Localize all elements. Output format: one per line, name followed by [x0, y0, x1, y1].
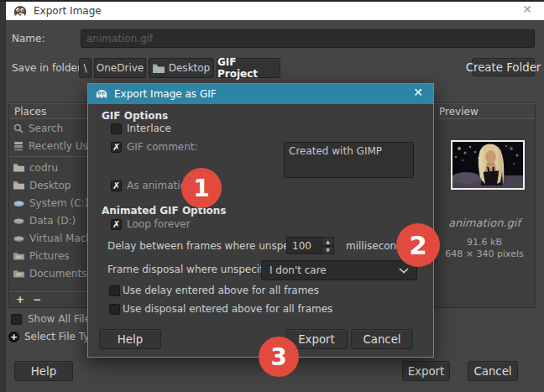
- disposal-select[interactable]: I don't care: [261, 260, 417, 280]
- export-gif-dialog: Export Image as GIF ✕ GIF Options Interl…: [87, 83, 434, 358]
- use-delay-checkbox[interactable]: [109, 285, 120, 296]
- use-delay-label: Use delay entered above for all frames: [123, 285, 319, 296]
- places-header[interactable]: Places: [9, 103, 94, 119]
- gimp-wilber-icon: [13, 5, 28, 18]
- gif-comment-label: GIF comment:: [127, 141, 198, 153]
- add-place-button[interactable]: +: [16, 294, 24, 306]
- delay-spinner: ▲ ▼: [322, 237, 334, 254]
- window-edge-strip: [0, 2, 6, 392]
- spinner-up-icon[interactable]: ▲: [322, 237, 334, 246]
- preview-file-meta: 91.6 kB 648 × 340 pixels: [433, 237, 536, 260]
- recent-icon: [13, 141, 24, 151]
- gif-dialog-titlebar: Export Image as GIF: [88, 84, 433, 104]
- place-item-documents[interactable]: Documents: [9, 264, 94, 282]
- name-label: Name:: [12, 33, 44, 44]
- place-label: Desktop: [29, 180, 71, 191]
- annotation-badge-2: 2: [396, 223, 440, 267]
- preview-header: Preview: [434, 103, 535, 119]
- places-separator: [9, 156, 94, 157]
- place-label: codru: [29, 162, 58, 174]
- export-image-window: Export Image ✕ Name: animation.gif Save …: [0, 0, 544, 392]
- as-animation-checkbox[interactable]: ✗: [111, 180, 122, 191]
- breadcrumb-gif-project[interactable]: GIF Project: [217, 58, 280, 78]
- search-icon: [13, 123, 24, 133]
- window-titlebar: Export Image: [6, 2, 544, 20]
- select-file-type-expander-icon[interactable]: +: [8, 332, 19, 342]
- annotation-badge-1: 1: [181, 168, 222, 208]
- place-label: Data (D:): [29, 215, 76, 227]
- preview-thumbnail: [451, 140, 525, 190]
- interlace-checkbox[interactable]: [111, 123, 122, 134]
- show-all-files-label: Show All Files: [28, 313, 96, 325]
- show-all-files-checkbox[interactable]: [11, 314, 22, 325]
- disposal-selected-value: I don't care: [269, 264, 327, 276]
- folder-icon: [13, 180, 24, 190]
- place-item-desktop[interactable]: Desktop: [9, 176, 94, 194]
- loop-forever-checkbox[interactable]: ✗: [111, 219, 122, 230]
- delay-input[interactable]: 100: [286, 237, 322, 254]
- export-button[interactable]: Export: [402, 361, 450, 381]
- create-folder-button[interactable]: Create Folder: [472, 58, 535, 76]
- breadcrumb-onedrive[interactable]: OneDrive: [94, 58, 146, 78]
- place-label: Virtual Machines: [29, 233, 94, 244]
- place-label: Search: [29, 123, 63, 134]
- drive-icon: [13, 217, 24, 225]
- gif-dialog-cancel-button[interactable]: Cancel: [351, 329, 413, 349]
- spinner-down-icon[interactable]: ▼: [322, 246, 334, 255]
- gif-options-heading: GIF Options: [102, 110, 168, 122]
- places-toolbar: + −: [9, 291, 94, 307]
- place-item-virtual-machines[interactable]: Virtual Machines: [9, 229, 94, 247]
- loop-forever-label: Loop forever: [127, 218, 191, 230]
- cancel-button[interactable]: Cancel: [468, 361, 518, 381]
- folder-icon: [153, 64, 165, 73]
- animation-preview-image: [452, 142, 523, 188]
- documents-folder-icon: [13, 269, 24, 278]
- preview-dimensions: 648 × 340 pixels: [433, 248, 536, 260]
- remove-place-button[interactable]: −: [33, 294, 41, 306]
- place-label: Recently Used: [29, 140, 94, 152]
- disposal-label: Frame disposal where unspecified:: [107, 264, 282, 275]
- gif-dialog-title: Export Image as GIF: [114, 88, 217, 100]
- save-in-folder-label: Save in folder:: [12, 62, 85, 74]
- use-disposal-label: Use disposal entered above for all frame…: [123, 303, 332, 315]
- folder-icon: [13, 163, 24, 172]
- pictures-folder-icon: [13, 251, 24, 260]
- place-item-system-c[interactable]: System (C:): [9, 194, 94, 212]
- filename-input[interactable]: animation.gif: [81, 29, 535, 48]
- preview-panel: Preview: [433, 102, 536, 308]
- drive-icon: [13, 234, 24, 243]
- gif-comment-checkbox[interactable]: ✗: [111, 142, 122, 153]
- place-label: System (C:): [29, 197, 88, 209]
- places-panel: Places Search Recently Used codru Deskto…: [8, 102, 95, 308]
- preview-filename: animation.gif: [433, 217, 536, 229]
- drive-icon: [13, 199, 24, 207]
- place-item-codru[interactable]: codru: [9, 159, 94, 176]
- chevron-down-icon: [399, 268, 409, 274]
- place-item-data-d[interactable]: Data (D:): [9, 212, 94, 229]
- help-button[interactable]: Help: [14, 361, 73, 381]
- gif-comment-textarea[interactable]: Created with GIMP: [284, 142, 414, 178]
- breadcrumb-desktop[interactable]: Desktop: [149, 58, 214, 78]
- breadcrumb-desktop-label: Desktop: [169, 62, 211, 74]
- gimp-wilber-icon: [95, 89, 108, 100]
- window-title: Export Image: [34, 5, 102, 17]
- place-label: Documents: [29, 268, 86, 280]
- place-item-search[interactable]: Search: [9, 119, 94, 137]
- annotation-badge-3: 3: [259, 337, 299, 377]
- place-label: Pictures: [29, 250, 70, 262]
- window-close-icon[interactable]: ✕: [522, 3, 532, 16]
- use-disposal-checkbox[interactable]: [109, 304, 120, 315]
- interlace-label: Interlace: [127, 123, 171, 134]
- preview-filesize: 91.6 kB: [433, 237, 536, 248]
- gif-dialog-help-button[interactable]: Help: [99, 329, 161, 349]
- place-item-pictures[interactable]: Pictures: [9, 247, 94, 264]
- gif-dialog-close-icon[interactable]: ✕: [413, 86, 423, 99]
- breadcrumb-root[interactable]: \: [79, 58, 92, 78]
- place-item-recently-used[interactable]: Recently Used: [9, 137, 94, 154]
